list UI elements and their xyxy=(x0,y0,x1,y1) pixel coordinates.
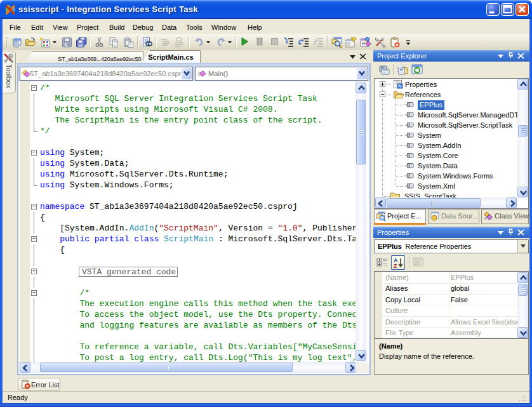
svg-text:Z: Z xyxy=(394,263,397,269)
